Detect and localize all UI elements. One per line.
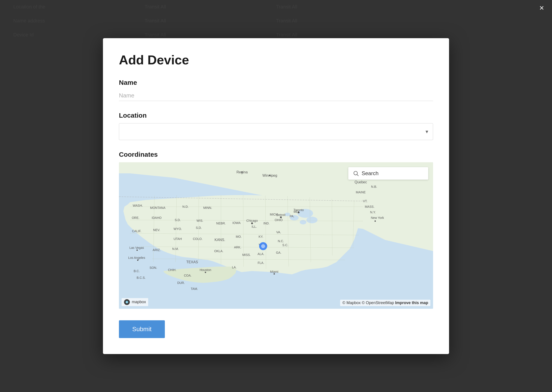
svg-text:OKLA.: OKLA.	[214, 249, 223, 253]
svg-text:CALIF.: CALIF.	[132, 229, 141, 233]
svg-point-75	[137, 259, 138, 261]
svg-text:MONTANA: MONTANA	[150, 206, 166, 210]
location-select-wrapper: ▾	[119, 123, 433, 140]
svg-text:IOWA: IOWA	[233, 221, 241, 225]
svg-text:ILL.: ILL.	[252, 225, 257, 228]
svg-text:GA.: GA.	[276, 251, 281, 254]
svg-text:B.C.: B.C.	[134, 269, 139, 273]
svg-text:MINN.: MINN.	[203, 206, 212, 210]
svg-point-3	[306, 217, 317, 223]
svg-text:Los Angeles: Los Angeles	[128, 256, 145, 259]
svg-text:N.M.: N.M.	[172, 247, 179, 251]
mapbox-label: mapbox	[132, 300, 146, 304]
add-device-modal: Add Device Name Location ▾ Coordinates	[103, 38, 449, 354]
svg-text:IND.: IND.	[263, 222, 269, 225]
attribution-text: © Mapbox © OpenStreetMap	[342, 301, 394, 305]
svg-text:VA.: VA.	[276, 231, 281, 234]
svg-text:IDAHO: IDAHO	[152, 216, 161, 219]
svg-point-56	[251, 222, 253, 224]
svg-point-58	[280, 217, 282, 218]
svg-text:NEBR.: NEBR.	[216, 222, 226, 225]
svg-point-60	[298, 211, 299, 213]
svg-point-95	[261, 244, 265, 248]
svg-text:Houston: Houston	[200, 268, 211, 272]
svg-text:S.D.: S.D.	[175, 218, 181, 222]
location-select[interactable]	[119, 123, 433, 140]
map-attribution: © Mapbox © OpenStreetMap Improve this ma…	[340, 300, 430, 306]
svg-text:N.Y.: N.Y.	[370, 210, 376, 214]
svg-text:N.D.: N.D.	[182, 205, 189, 208]
submit-button[interactable]: Submit	[119, 320, 165, 338]
close-button[interactable]: ×	[539, 4, 544, 12]
svg-text:New York: New York	[371, 216, 384, 219]
svg-text:Chicago: Chicago	[246, 219, 258, 222]
svg-text:ALA.: ALA.	[258, 252, 264, 256]
svg-text:Toronto: Toronto	[294, 208, 304, 212]
svg-point-25	[269, 175, 270, 176]
svg-text:MASS.: MASS.	[365, 205, 374, 208]
svg-text:SON.: SON.	[150, 266, 157, 269]
svg-text:Miami: Miami	[270, 270, 278, 273]
svg-text:S.C.: S.C.	[282, 243, 288, 247]
svg-text:MAINE: MAINE	[356, 190, 366, 194]
svg-text:Las Vegas: Las Vegas	[129, 246, 144, 250]
svg-text:KANS.: KANS.	[214, 238, 225, 242]
svg-point-96	[354, 171, 357, 175]
location-label: Location	[119, 112, 433, 119]
svg-text:UTAH: UTAH	[173, 237, 182, 241]
svg-text:KY.: KY.	[259, 235, 263, 238]
svg-text:FLA.: FLA.	[258, 261, 264, 265]
mapbox-logo: mapbox	[122, 298, 148, 306]
svg-text:N.C.: N.C.	[278, 239, 284, 243]
svg-text:TAM.: TAM.	[191, 287, 198, 291]
svg-text:LA.: LA.	[232, 266, 236, 269]
map-search-inner	[348, 167, 428, 180]
name-label: Name	[119, 79, 433, 86]
svg-text:COA.: COA.	[184, 274, 192, 277]
svg-text:COLO.: COLO.	[193, 237, 203, 241]
svg-point-33	[374, 220, 376, 222]
modal-title: Add Device	[119, 52, 433, 67]
map-search-wrapper	[348, 167, 428, 180]
svg-text:MISS.: MISS.	[242, 253, 251, 257]
svg-text:WASH.: WASH.	[133, 204, 143, 207]
svg-text:WYO.: WYO.	[173, 227, 182, 231]
svg-text:MO.: MO.	[236, 235, 242, 238]
mapbox-logo-icon	[124, 299, 130, 305]
search-icon	[353, 170, 359, 176]
svg-text:PA.: PA.	[290, 214, 294, 218]
svg-point-4	[300, 220, 306, 224]
svg-point-73	[137, 250, 138, 251]
coordinates-label: Coordinates	[119, 151, 433, 158]
svg-text:OHIO: OHIO	[275, 218, 283, 222]
svg-text:WIS.: WIS.	[197, 219, 203, 222]
svg-text:CHIH.: CHIH.	[168, 268, 176, 272]
name-input[interactable]	[119, 90, 433, 101]
svg-point-23	[242, 171, 243, 173]
svg-text:MICH.: MICH.	[270, 213, 279, 216]
svg-text:ARIZ.: ARIZ.	[153, 248, 161, 252]
svg-text:ORE.: ORE.	[132, 216, 139, 219]
svg-line-97	[357, 175, 358, 176]
improve-map-link[interactable]: Improve this map	[395, 301, 428, 305]
svg-text:TEXAS: TEXAS	[186, 260, 198, 264]
svg-text:VT.: VT.	[363, 199, 367, 203]
svg-text:Quebec: Quebec	[355, 180, 367, 184]
svg-point-83	[205, 272, 206, 273]
svg-text:N.B.: N.B.	[371, 185, 377, 189]
svg-text:NEV.: NEV.	[153, 228, 160, 232]
map-container[interactable]: Regina Winnipeg Quebec N.B. MAINE VT. MA…	[119, 162, 433, 309]
map-svg: Regina Winnipeg Quebec N.B. MAINE VT. MA…	[119, 162, 433, 309]
svg-text:ARK.: ARK.	[234, 245, 242, 249]
svg-text:DUR.: DUR.	[177, 281, 185, 285]
map-search-input[interactable]	[362, 170, 424, 176]
svg-text:B.C.S.: B.C.S.	[137, 276, 145, 280]
svg-point-85	[274, 273, 275, 275]
svg-text:S.D.: S.D.	[196, 226, 202, 230]
